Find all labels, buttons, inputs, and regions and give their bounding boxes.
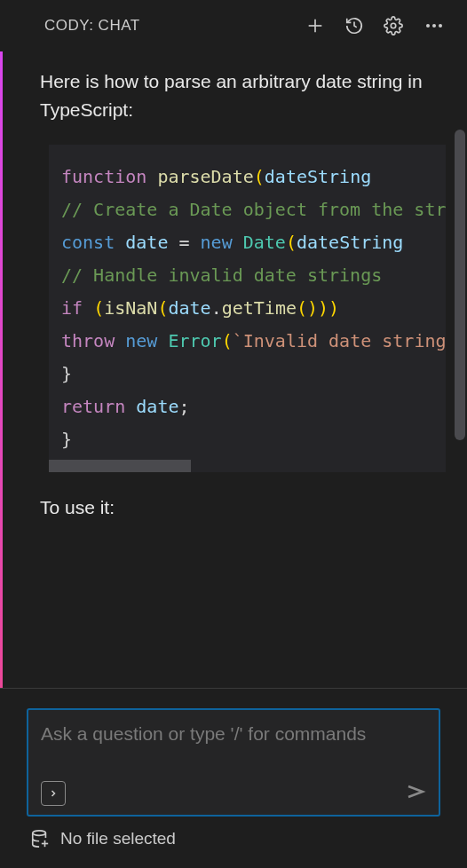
code-var: date bbox=[125, 232, 168, 253]
dot-icon bbox=[426, 24, 430, 28]
code-new: new bbox=[201, 232, 233, 253]
code-method: isNaN bbox=[104, 297, 157, 319]
assistant-message-text: Here is how to parse an arbitrary date s… bbox=[3, 67, 467, 123]
code-method: getTime bbox=[222, 297, 297, 319]
new-chat-button[interactable] bbox=[305, 16, 325, 36]
chat-input-box[interactable]: Ask a question or type '/' for commands bbox=[27, 708, 440, 817]
file-status-text: No file selected bbox=[60, 829, 176, 848]
input-section: Ask a question or type '/' for commands bbox=[0, 688, 467, 868]
code-type: Date bbox=[243, 232, 286, 253]
send-icon bbox=[405, 781, 426, 802]
code-comment: // Handle invalid date strings bbox=[61, 264, 382, 286]
gear-icon bbox=[384, 16, 403, 36]
history-button[interactable] bbox=[344, 16, 364, 36]
panel-header: CODY: CHAT bbox=[0, 0, 467, 51]
code-keyword: throw bbox=[61, 330, 115, 351]
send-button[interactable] bbox=[405, 781, 426, 806]
more-actions-button[interactable] bbox=[423, 24, 446, 28]
code-storage: const bbox=[61, 232, 115, 253]
code-string: `Invalid date string` bbox=[233, 330, 446, 351]
code-comment: // Create a Date object from the string bbox=[61, 199, 446, 220]
code-var: date bbox=[136, 396, 178, 417]
scrollbar-thumb[interactable] bbox=[455, 130, 465, 440]
svg-point-2 bbox=[391, 23, 396, 28]
code-brace: } bbox=[61, 429, 72, 450]
chat-messages-area: Here is how to parse an arbitrary date s… bbox=[0, 51, 467, 688]
plus-icon bbox=[305, 16, 325, 36]
code-keyword: function bbox=[61, 166, 146, 187]
code-brace: } bbox=[61, 363, 72, 384]
history-icon bbox=[344, 16, 364, 36]
code-keyword: if bbox=[61, 297, 83, 319]
chat-input-placeholder: Ask a question or type '/' for commands bbox=[41, 721, 426, 776]
assistant-message-text: To use it: bbox=[3, 497, 467, 518]
code-new: new bbox=[125, 330, 157, 351]
dot-icon bbox=[432, 24, 436, 28]
code-block: function parseDate(dateString // Create … bbox=[49, 145, 446, 472]
chevron-right-icon bbox=[48, 788, 59, 799]
settings-button[interactable] bbox=[384, 16, 403, 36]
expand-input-button[interactable] bbox=[41, 781, 66, 806]
horizontal-scrollbar[interactable] bbox=[49, 460, 191, 472]
dot-icon bbox=[439, 24, 442, 28]
svg-point-3 bbox=[33, 831, 46, 836]
code-function: parseDate bbox=[157, 166, 253, 187]
code-var: date bbox=[168, 297, 210, 319]
code-param: dateString bbox=[265, 166, 371, 187]
code-keyword: return bbox=[61, 396, 125, 417]
code-op: = bbox=[178, 232, 189, 253]
input-controls bbox=[41, 781, 426, 806]
code-type: Error bbox=[168, 330, 221, 351]
code-arg: dateString bbox=[297, 232, 403, 253]
panel-title: CODY: CHAT bbox=[44, 17, 140, 35]
file-context-status[interactable]: No file selected bbox=[27, 817, 440, 856]
database-icon bbox=[30, 829, 50, 848]
header-actions bbox=[305, 16, 446, 36]
